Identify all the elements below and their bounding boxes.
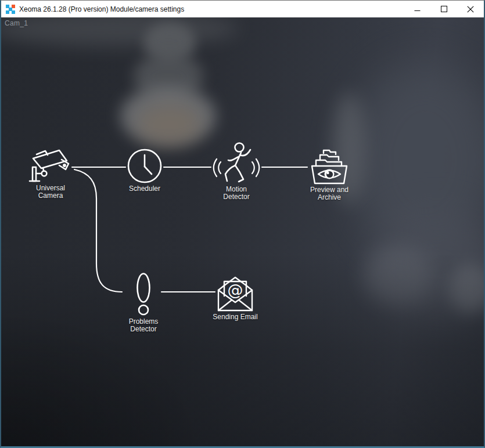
- module-connections: [1, 17, 484, 446]
- xeoma-settings-window: Xeoma 26.1.28 (Pro version) Module/camer…: [0, 0, 485, 448]
- close-icon: [467, 6, 474, 13]
- maximize-button[interactable]: [430, 1, 457, 17]
- module-preview-archive[interactable]: [308, 144, 350, 187]
- minimize-icon: [414, 6, 421, 12]
- window-controls: [404, 1, 484, 17]
- at-symbol: @: [228, 281, 243, 299]
- cctv-camera-icon: [27, 145, 73, 182]
- xeoma-logo-icon: [6, 5, 15, 14]
- module-motion-detector[interactable]: [212, 141, 261, 186]
- exclamation-icon: [133, 273, 154, 317]
- maximize-icon: [441, 6, 447, 12]
- clock-icon: [127, 148, 163, 184]
- connector-camera-problems: [74, 169, 122, 292]
- archive-eye-icon: [308, 144, 350, 187]
- module-problems-detector[interactable]: [133, 273, 154, 317]
- close-button[interactable]: [457, 1, 484, 17]
- module-universal-camera[interactable]: [27, 145, 73, 182]
- minimize-button[interactable]: [404, 1, 430, 17]
- running-person-icon: [212, 141, 261, 186]
- module-scheduler[interactable]: [127, 148, 163, 184]
- camera-view-canvas: Cam_1: [1, 17, 484, 446]
- module-sending-email[interactable]: @: [217, 272, 254, 312]
- email-envelope-icon: @: [217, 272, 254, 312]
- window-title: Xeoma 26.1.28 (Pro version) Module/camer…: [19, 5, 184, 13]
- title-bar: Xeoma 26.1.28 (Pro version) Module/camer…: [1, 1, 484, 17]
